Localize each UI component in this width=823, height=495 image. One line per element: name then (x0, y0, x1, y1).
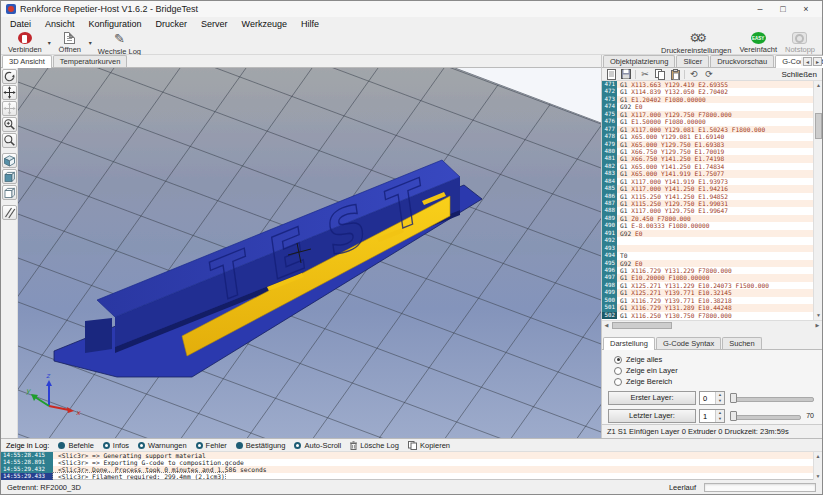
gcode-line[interactable]: 489 G1 Z0.450 F7800.000 (602, 215, 813, 222)
log-filter-toggle[interactable]: Warnungen (138, 441, 187, 450)
log-entry[interactable]: 14:55:29.433 <Slic3r> Filament required:… (1, 473, 822, 480)
minimize-button[interactable]: – (749, 3, 771, 16)
tab-scroll-left[interactable]: ◂ (803, 57, 812, 66)
spin-down-arrow[interactable]: ▼ (716, 416, 724, 422)
gcode-line[interactable]: 497 G1 E10.20000 F1080.00000 (602, 274, 813, 281)
gcode-line[interactable]: 473 G1 E1.20402 F1080.00000 (602, 96, 813, 103)
copy-icon[interactable] (654, 69, 666, 80)
menu-item[interactable]: Ansicht (38, 18, 82, 30)
editor-vertical-scrollbar[interactable]: ▲ ▼ (813, 81, 822, 320)
log-filter-toggle[interactable]: Befehle (58, 441, 93, 450)
first-layer-slider[interactable] (728, 392, 816, 404)
new-file-icon[interactable] (605, 69, 617, 80)
last-layer-slider[interactable] (728, 410, 803, 422)
first-layer-button[interactable]: Erster Layer: (608, 391, 696, 405)
undo-icon[interactable]: ⟲ (688, 69, 700, 80)
cut-icon[interactable]: ✂ (639, 69, 651, 80)
gcode-line[interactable]: 491 G92 E0 (602, 230, 813, 237)
gcode-line[interactable]: 501 G1 X116.729 Y131.289 E10.44248 (602, 304, 813, 311)
log-filter-toggle[interactable]: Fehler (196, 441, 227, 450)
display-panel-tab[interactable]: Darstellung (603, 337, 655, 350)
clear-log-button[interactable]: Lösche Log (350, 441, 399, 450)
move-viewpoint-button[interactable] (2, 101, 17, 116)
open-button[interactable]: Öffnen (53, 31, 87, 54)
move-object-button[interactable] (2, 85, 17, 100)
scroll-left-arrow[interactable]: ◀ (602, 321, 611, 330)
last-layer-spinner[interactable]: 1 ▲▼ (699, 409, 725, 423)
menu-item[interactable]: Datei (3, 18, 38, 30)
gcode-line[interactable]: 490 G1 E-8.00333 F1080.00000 (602, 222, 813, 229)
gcode-line[interactable]: 486 G1 X115.250 Y141.250 E1.94852 (602, 193, 813, 200)
close-button[interactable]: × (795, 3, 817, 16)
emergency-stop-button[interactable]: Notstopp (781, 31, 819, 54)
zoom-in-button[interactable] (2, 117, 17, 132)
view-tab[interactable]: Temperaturkurven (53, 55, 127, 67)
gcode-line[interactable]: 481 G1 X66.750 Y141.250 E1.74198 (602, 155, 813, 162)
log-scrollbar[interactable]: ▲ ▼ (813, 452, 822, 480)
log-filter-toggle[interactable]: Auto-Scroll (294, 441, 341, 450)
scrollbar-thumb[interactable] (612, 322, 672, 329)
first-layer-spinner[interactable]: 0 ▲▼ (699, 391, 725, 405)
gcode-line[interactable]: 472 G1 X114.839 Y132.050 E2.70402 (602, 88, 813, 95)
display-panel-tab[interactable]: G-Code Syntax (656, 337, 721, 349)
connect-button[interactable]: Verbinden (4, 31, 46, 54)
view-tab[interactable]: 3D Ansicht (2, 55, 52, 68)
3d-scene[interactable]: TEST z x (18, 68, 601, 438)
gcode-line[interactable]: 493 (602, 245, 813, 252)
radio-icon[interactable] (614, 356, 622, 364)
gcode-line[interactable]: 498 G1 X125.271 Y131.229 E10.24073 F1500… (602, 282, 813, 289)
radio-icon[interactable] (614, 378, 622, 386)
gcode-line[interactable]: 495 G92 E0 (602, 260, 813, 267)
last-layer-button[interactable]: Letzter Layer: (608, 409, 696, 423)
connect-dropdown-arrow[interactable]: ▾ (46, 39, 53, 46)
gcode-line[interactable]: 499 G1 X125.271 Y139.771 E10.32145 (602, 289, 813, 296)
log-entry[interactable]: 14:55:28.891 <Slic3r> => Exporting G-cod… (1, 459, 822, 466)
gcode-line[interactable]: 478 G1 X65.000 Y129.081 E1.69140 (602, 133, 813, 140)
log-filter-toggle[interactable]: Bestätigung (236, 441, 286, 450)
gcode-line[interactable]: 500 G1 X116.729 Y139.771 E10.38218 (602, 297, 813, 304)
copy-log-button[interactable]: Kopieren (408, 441, 450, 450)
top-view-button[interactable] (2, 185, 17, 200)
gcode-line[interactable]: 485 G1 X117.000 Y141.250 E1.94216 (602, 185, 813, 192)
display-radio-option[interactable]: Zeige ein Layer (614, 365, 816, 376)
scroll-down-arrow[interactable]: ▼ (814, 473, 822, 479)
gcode-line[interactable]: 494 T0 (602, 252, 813, 259)
scroll-right-arrow[interactable]: ▶ (813, 321, 822, 330)
scroll-down-arrow[interactable]: ▼ (814, 311, 822, 320)
gcode-lines[interactable]: 471 G1 X113.663 Y129.419 E2.69355 472 G1… (602, 81, 813, 320)
gcode-line[interactable]: 479 G1 X65.000 Y129.750 E1.69383 (602, 141, 813, 148)
gcode-line[interactable]: 477 G1 X117.000 Y129.081 E1.50243 F1800.… (602, 126, 813, 133)
gcode-line[interactable]: 483 G1 X65.000 Y141.919 E1.75077 (602, 170, 813, 177)
gcode-line[interactable]: 471 G1 X113.663 Y129.419 E2.69355 (602, 81, 813, 88)
slider-thumb[interactable] (730, 393, 737, 403)
maximize-button[interactable]: □ (772, 3, 794, 16)
gcode-line[interactable]: 488 G1 X117.000 Y129.750 E1.99647 (602, 207, 813, 214)
log-entry[interactable]: 14:55:28.415 <Slic3r> => Generating supp… (1, 452, 822, 459)
gcode-line[interactable]: 487 G1 X115.250 Y129.750 E1.99031 (602, 200, 813, 207)
log-filter-toggle[interactable]: Infos (103, 441, 129, 450)
right-panel-tab[interactable]: Slicer (676, 55, 709, 67)
display-radio-option[interactable]: Zeige alles (614, 354, 816, 365)
gcode-line[interactable]: 502 G1 X116.250 Y130.750 F7800.000 (602, 312, 813, 319)
editor-close-button[interactable]: Schließen (781, 70, 819, 79)
gcode-line[interactable]: 476 G1 E1.50000 F1080.00000 (602, 118, 813, 125)
slider-thumb[interactable] (730, 411, 737, 421)
redo-icon[interactable]: ⟳ (703, 69, 715, 80)
display-panel-tab[interactable]: Suchen (722, 337, 761, 349)
open-dropdown-arrow[interactable]: ▾ (87, 39, 94, 46)
right-panel-tab[interactable]: Objektplatzierung (603, 55, 675, 67)
gcode-line[interactable]: 475 G1 X117.000 Y129.750 F7800.000 (602, 111, 813, 118)
radio-icon[interactable] (614, 367, 622, 375)
easy-mode-button[interactable]: EASY Vereinfacht (735, 31, 781, 54)
right-panel-tab[interactable]: Druckvorschau (710, 55, 774, 67)
gcode-line[interactable]: 492 (602, 237, 813, 244)
scroll-up-arrow[interactable]: ▲ (814, 453, 822, 459)
rotate-view-button[interactable] (2, 69, 17, 84)
spin-down-arrow[interactable]: ▼ (716, 398, 724, 404)
zoom-out-button[interactable] (2, 133, 17, 148)
save-icon[interactable] (620, 69, 632, 80)
gcode-line[interactable]: 474 G92 E0 (602, 103, 813, 110)
scrollbar-thumb[interactable] (815, 113, 822, 139)
3d-viewport[interactable]: TEST z x (1, 68, 601, 438)
display-radio-option[interactable]: Zeige Bereich (614, 376, 816, 387)
